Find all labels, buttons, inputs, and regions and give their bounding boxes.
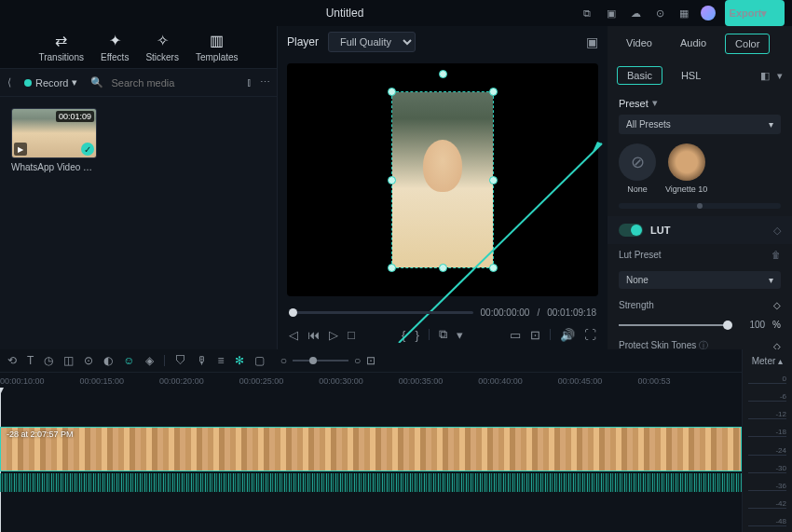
tab-stickers[interactable]: ✧Stickers	[145, 32, 179, 62]
snapshot-icon[interactable]: ▣	[586, 34, 598, 49]
volume-icon[interactable]: 🔊	[560, 328, 575, 342]
quality-select[interactable]: Full Quality	[328, 32, 416, 52]
keyframe-icon[interactable]: ◇	[773, 300, 781, 310]
tab-effects[interactable]: ✦Effects	[101, 32, 129, 62]
help-icon[interactable]: ⓘ	[699, 340, 708, 349]
resize-handle[interactable]	[489, 88, 498, 96]
filter-icon[interactable]: ⫿	[247, 76, 253, 89]
meter-heading[interactable]: Meter ▴	[743, 349, 792, 373]
marker-icon[interactable]: ◈	[145, 354, 154, 367]
strength-slider[interactable]	[619, 324, 728, 326]
strength-label: Strength	[619, 300, 768, 310]
headphones-icon[interactable]: ⊙	[652, 6, 667, 20]
chevron-down-icon[interactable]: ▾	[652, 97, 658, 109]
time-total: 00:01:09:18	[547, 307, 596, 318]
meter-scale: 0-6-12-18-24-30-36-42-48	[743, 373, 792, 532]
resize-handle[interactable]	[439, 264, 447, 272]
preset-vignette[interactable]: Vignette 10	[665, 143, 707, 194]
record-button[interactable]: Record ▾	[19, 74, 83, 91]
timeline-ruler[interactable]: 00:00:10:0000:00:15:0000:00:20:0000:00:2…	[0, 373, 742, 388]
text-icon[interactable]: T	[27, 354, 34, 367]
export-button[interactable]: Export ▾	[725, 0, 785, 26]
shield-icon[interactable]: ⛉	[175, 354, 186, 367]
search-icon: 🔍	[90, 76, 103, 89]
scrub-bar[interactable]	[289, 311, 473, 314]
lut-label: LUT	[650, 225, 670, 236]
smiley-icon[interactable]: ☺	[123, 354, 134, 367]
subtab-hsl[interactable]: HSL	[672, 67, 710, 84]
mark-out-icon[interactable]: }	[415, 328, 418, 342]
folder-chevron-icon[interactable]: ⟨	[7, 76, 11, 89]
prev-frame-icon[interactable]: ◁	[289, 328, 298, 342]
chevron-down-icon: ▾	[757, 6, 772, 20]
camera-icon[interactable]: ⊡	[530, 328, 540, 342]
resize-handle[interactable]	[388, 88, 396, 96]
ripple-icon[interactable]: ⟲	[7, 354, 17, 367]
zoom-slider[interactable]	[293, 360, 348, 361]
media-duration: 00:01:09	[56, 111, 94, 122]
resize-handle[interactable]	[388, 176, 396, 184]
video-clip[interactable]: -28 at 2:07:57 PM	[0, 427, 742, 471]
step-back-icon[interactable]: ⏮	[307, 328, 320, 342]
more-icon[interactable]: ⋯	[260, 76, 270, 89]
selected-clip-frame[interactable]	[392, 92, 493, 267]
timer-icon[interactable]: ◷	[44, 354, 53, 367]
tab-audio[interactable]: Audio	[671, 34, 716, 54]
keyframe-icon[interactable]: ◇	[773, 225, 781, 237]
resize-handle[interactable]	[489, 264, 498, 272]
fullscreen-icon[interactable]: ⛶	[584, 328, 596, 342]
grid-icon[interactable]: ▦	[676, 6, 691, 20]
none-icon: ⊘	[619, 143, 656, 181]
trash-icon[interactable]: 🗑	[772, 250, 781, 260]
zoom-out-icon[interactable]: ○	[280, 354, 287, 367]
preset-none[interactable]: ⊘None	[619, 143, 656, 194]
save-icon[interactable]: ▣	[604, 6, 619, 20]
keyframe-icon[interactable]: ◇	[773, 341, 781, 350]
player-viewport[interactable]	[287, 63, 598, 296]
cloud-icon[interactable]: ☁	[628, 6, 643, 20]
svg-marker-1	[593, 142, 602, 152]
color-tool-icon[interactable]: ◐	[103, 354, 113, 367]
avatar[interactable]	[701, 6, 716, 20]
preset-select[interactable]: All Presets▾	[619, 115, 781, 134]
speed-icon[interactable]: ⊙	[84, 354, 93, 367]
chevron-down-icon: ▾	[769, 275, 773, 285]
media-item[interactable]: 00:01:09 ▶ ✓ WhatsApp Video 202…	[11, 108, 97, 172]
preset-scrollbar[interactable]	[619, 203, 781, 209]
resize-handle[interactable]	[489, 176, 498, 184]
compare-icon[interactable]: ◧	[760, 70, 770, 82]
project-title: Untitled	[110, 7, 580, 20]
frame-icon[interactable]: ▢	[254, 354, 265, 367]
zoom-in-icon[interactable]: ○	[354, 354, 361, 367]
chevron-down-icon: ▾	[769, 119, 773, 130]
strength-value: 100	[735, 320, 765, 330]
preset-heading: Preset ▾	[619, 97, 781, 109]
mic-icon[interactable]: 🎙	[197, 354, 208, 367]
tab-templates[interactable]: ▥Templates	[196, 32, 239, 62]
search-input[interactable]	[111, 77, 239, 89]
crop-icon[interactable]: ⧉	[439, 327, 447, 342]
tab-transitions[interactable]: ⇄Transitions	[38, 32, 84, 62]
fit-icon[interactable]: ⊡	[366, 354, 376, 367]
rotate-handle[interactable]	[439, 70, 447, 78]
chevron-down-icon[interactable]: ▾	[777, 70, 783, 82]
crop-tool-icon[interactable]: ◫	[63, 354, 74, 367]
play-icon[interactable]: ▷	[329, 328, 338, 342]
tab-video[interactable]: Video	[617, 34, 662, 54]
adjust-icon[interactable]: ≡	[218, 354, 225, 367]
snap-icon[interactable]: ✻	[235, 354, 244, 367]
chevron-down-icon: ▾	[72, 76, 77, 89]
mark-in-icon[interactable]: {	[402, 328, 405, 342]
audio-clip[interactable]	[0, 473, 742, 492]
chevron-down-icon[interactable]: ▾	[457, 328, 463, 342]
lut-preset-select[interactable]: None▾	[619, 271, 781, 289]
stop-icon[interactable]: □	[348, 328, 355, 342]
scrub-handle[interactable]	[289, 308, 297, 317]
resize-handle[interactable]	[388, 264, 396, 272]
subtab-basic[interactable]: Basic	[617, 66, 662, 85]
lut-toggle[interactable]	[619, 224, 643, 237]
display-icon[interactable]: ▭	[510, 328, 521, 342]
device-icon[interactable]: ⧉	[580, 6, 594, 20]
time-current: 00:00:00:00	[481, 307, 530, 318]
tab-color[interactable]: Color	[725, 34, 770, 54]
